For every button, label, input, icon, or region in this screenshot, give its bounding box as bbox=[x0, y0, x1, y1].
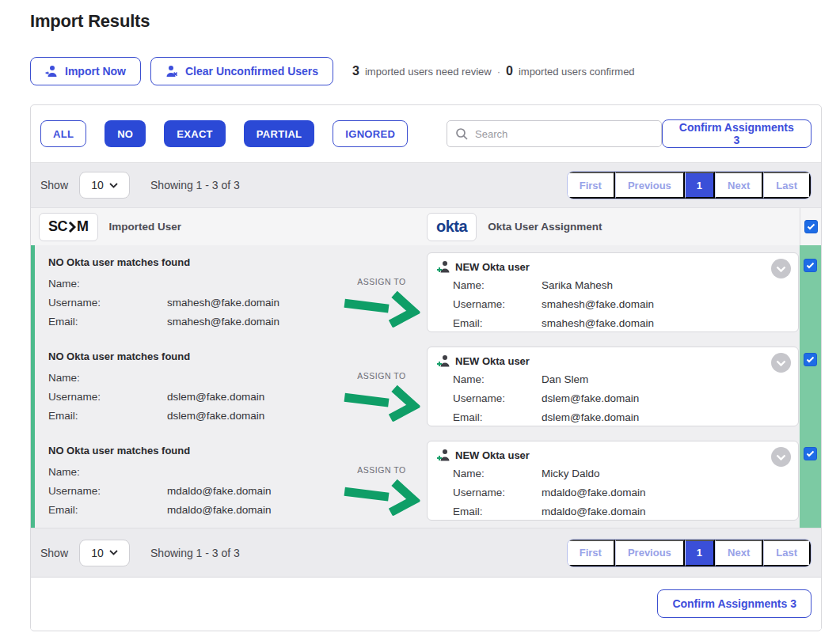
email-label: Email: bbox=[453, 408, 542, 427]
pager-previous[interactable]: Previous bbox=[615, 172, 685, 199]
imported-username: mdaldo@fake.domain bbox=[167, 485, 272, 497]
name-label: Name: bbox=[48, 278, 80, 290]
page-title: Import Results bbox=[30, 11, 150, 32]
clear-user-icon bbox=[165, 65, 178, 78]
review-count: 3 bbox=[352, 64, 359, 78]
okta-username: smahesh@fake.domain bbox=[542, 298, 654, 310]
okta-header-group: okta Okta User Assignment bbox=[427, 213, 602, 241]
checkmark-icon bbox=[806, 262, 815, 269]
filter-no[interactable]: NO bbox=[105, 120, 146, 147]
email-label: Email: bbox=[48, 316, 78, 328]
new-user-icon bbox=[437, 449, 450, 462]
clear-unconfirmed-label: Clear Unconfirmed Users bbox=[185, 65, 318, 78]
username-label: Username: bbox=[453, 389, 542, 408]
filter-exact[interactable]: EXACT bbox=[164, 120, 226, 147]
assign-to: ASSIGN TO bbox=[338, 371, 425, 420]
confirm-assignments-button-top[interactable]: Confirm Assignments 3 bbox=[662, 119, 811, 148]
import-now-label: Import Now bbox=[65, 65, 126, 78]
pager-first[interactable]: First bbox=[568, 540, 615, 566]
confirm-assignments-button-bottom[interactable]: Confirm Assignments 3 bbox=[657, 589, 811, 618]
search-input[interactable] bbox=[473, 127, 652, 141]
pager-first[interactable]: First bbox=[568, 172, 615, 199]
okta-username: dslem@fake.domain bbox=[542, 392, 639, 404]
email-label: Email: bbox=[48, 504, 78, 516]
pager-last[interactable]: Last bbox=[763, 172, 811, 199]
select-all-cell bbox=[800, 208, 821, 245]
imported-user-header: Imported User bbox=[109, 221, 182, 233]
assign-to: ASSIGN TO bbox=[338, 277, 425, 326]
import-user-icon bbox=[45, 65, 58, 78]
imported-email: mdaldo@fake.domain bbox=[167, 504, 272, 516]
imported-email: dslem@fake.domain bbox=[167, 410, 264, 422]
user-rows: NO Okta user matches found Name: Usernam… bbox=[31, 245, 821, 528]
username-label: Username: bbox=[48, 391, 101, 403]
username-label: Username: bbox=[48, 485, 101, 497]
pager-bottom: First Previous 1 Next Last bbox=[567, 539, 811, 567]
username-label: Username: bbox=[453, 483, 542, 502]
clear-unconfirmed-button[interactable]: Clear Unconfirmed Users bbox=[150, 57, 333, 85]
confirmed-label: imported users confirmed bbox=[519, 66, 635, 78]
pager-next[interactable]: Next bbox=[715, 172, 763, 199]
assign-arrow-icon bbox=[340, 377, 422, 425]
pager-previous[interactable]: Previous bbox=[615, 540, 685, 566]
filter-all[interactable]: ALL bbox=[40, 120, 86, 147]
match-status: NO Okta user matches found bbox=[48, 445, 190, 456]
row-checkbox[interactable] bbox=[804, 259, 817, 272]
select-all-checkbox[interactable] bbox=[804, 220, 818, 233]
chevron-down-icon bbox=[776, 454, 786, 460]
pager-page-1[interactable]: 1 bbox=[685, 172, 715, 199]
name-label: Name: bbox=[453, 370, 542, 389]
showing-range: Showing 1 - 3 of 3 bbox=[150, 179, 240, 191]
review-label: imported users need review bbox=[365, 66, 492, 78]
import-results-panel: ALL NO EXACT PARTIAL IGNORED Confirm Ass… bbox=[30, 104, 822, 631]
search-icon bbox=[455, 127, 468, 140]
pager-last[interactable]: Last bbox=[763, 540, 811, 566]
name-label: Name: bbox=[453, 276, 542, 295]
scim-logo: SC M bbox=[39, 213, 98, 241]
import-now-button[interactable]: Import Now bbox=[30, 57, 141, 85]
stats-separator: · bbox=[497, 66, 500, 78]
email-label: Email: bbox=[453, 314, 542, 333]
imported-username: smahesh@fake.domain bbox=[167, 297, 279, 309]
toolbar: Import Now Clear Unconfirmed Users 3 imp… bbox=[30, 57, 635, 85]
assign-arrow-icon bbox=[340, 283, 422, 331]
filter-partial[interactable]: PARTIAL bbox=[244, 120, 314, 147]
table-row: NO Okta user matches found Name: Usernam… bbox=[31, 245, 821, 339]
name-label: Name: bbox=[48, 372, 80, 384]
confirmed-count: 0 bbox=[506, 64, 513, 78]
new-user-icon bbox=[437, 354, 450, 368]
new-okta-user-badge: NEW Okta user bbox=[455, 449, 530, 461]
assign-arrow-icon bbox=[340, 472, 422, 519]
table-row: NO Okta user matches found Name: Usernam… bbox=[31, 434, 821, 528]
chevron-down-icon bbox=[109, 183, 118, 188]
show-label: Show bbox=[40, 179, 68, 191]
okta-username: mdaldo@fake.domain bbox=[542, 487, 646, 498]
checkmark-icon bbox=[806, 450, 815, 457]
panel-footer: Confirm Assignments 3 bbox=[31, 577, 821, 630]
import-stats: 3 imported users need review · 0 importe… bbox=[352, 64, 635, 78]
okta-assignment-card: NEW Okta user Name:Dan Slem Username:dsl… bbox=[427, 347, 799, 426]
search-box[interactable] bbox=[447, 120, 661, 147]
page-size-select[interactable]: 10 bbox=[79, 540, 130, 566]
showing-range: Showing 1 - 3 of 3 bbox=[150, 547, 240, 559]
new-okta-user-badge: NEW Okta user bbox=[455, 355, 530, 367]
row-checkbox[interactable] bbox=[804, 447, 817, 460]
name-label: Name: bbox=[48, 466, 80, 478]
row-checkbox[interactable] bbox=[804, 353, 817, 366]
table-header: SC M Imported User okta Okta User Assign… bbox=[31, 207, 821, 245]
okta-name: Sarika Mahesh bbox=[542, 279, 613, 291]
okta-email: smahesh@fake.domain bbox=[542, 317, 654, 329]
filter-ignored[interactable]: IGNORED bbox=[333, 120, 408, 147]
filter-row: ALL NO EXACT PARTIAL IGNORED Confirm Ass… bbox=[31, 105, 821, 162]
okta-name: Micky Daldo bbox=[542, 468, 600, 479]
pagination-bar-top: Show 10 Showing 1 - 3 of 3 First Previou… bbox=[31, 162, 821, 207]
table-row: NO Okta user matches found Name: Usernam… bbox=[31, 339, 821, 434]
okta-assignment-header: Okta User Assignment bbox=[488, 221, 602, 233]
pager-top: First Previous 1 Next Last bbox=[567, 171, 811, 199]
okta-email: mdaldo@fake.domain bbox=[542, 506, 646, 517]
pager-next[interactable]: Next bbox=[715, 540, 763, 566]
pager-page-1[interactable]: 1 bbox=[685, 540, 715, 566]
page-size-select[interactable]: 10 bbox=[79, 172, 130, 199]
match-status: NO Okta user matches found bbox=[48, 350, 190, 362]
okta-logo: okta bbox=[427, 213, 477, 241]
